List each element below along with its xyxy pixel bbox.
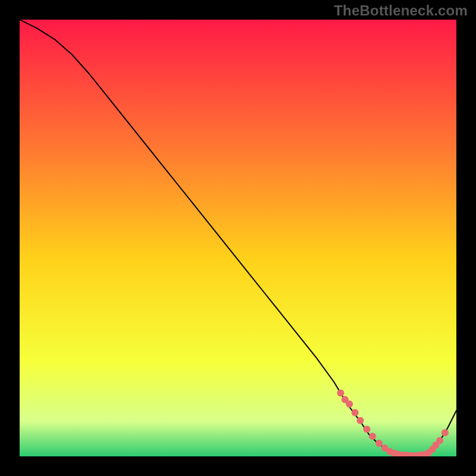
marker-dot [346,400,353,408]
chart-frame: TheBottleneck.com [0,0,476,476]
watermark-text: TheBottleneck.com [334,2,468,19]
marker-dot [352,409,359,416]
marker-dot [364,425,371,433]
marker-dot [436,437,443,444]
marker-dot [357,417,364,424]
marker-dot [441,429,449,436]
gradient-background [20,20,456,456]
plot-svg [20,20,456,456]
plot-area [20,20,456,456]
marker-dot [337,390,344,397]
marker-dot [369,433,376,440]
marker-dot [375,440,383,447]
